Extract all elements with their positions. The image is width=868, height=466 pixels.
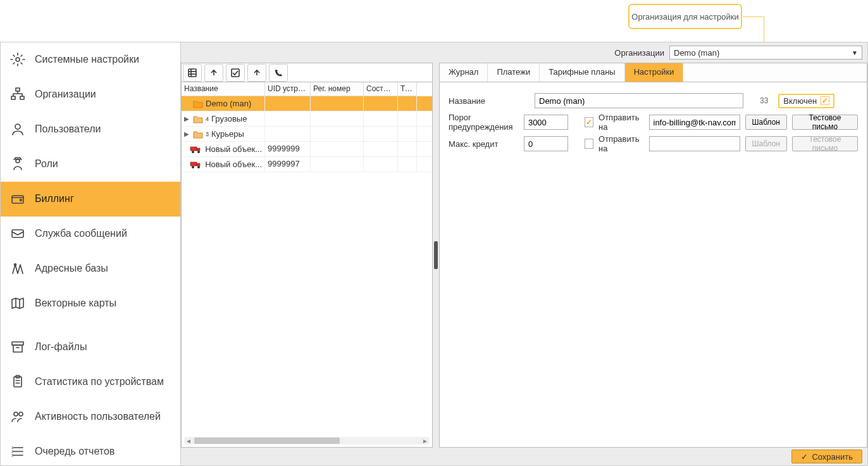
tab-plans[interactable]: Тарифные планы <box>540 63 625 82</box>
cell-state <box>364 127 398 141</box>
splitter-handle[interactable] <box>434 241 438 269</box>
expander-icon[interactable]: ▶ <box>184 130 190 137</box>
warn-test-button[interactable]: Тестовое письмо <box>792 115 858 130</box>
enabled-toggle[interactable]: Включен <box>778 94 834 108</box>
sidebar-item-logs[interactable]: Лог-файлы <box>1 330 180 365</box>
sidebar-item-roles[interactable]: Роли <box>1 147 180 182</box>
cell-reg <box>311 142 364 156</box>
svg-point-41 <box>192 166 194 168</box>
tab-payments[interactable]: Платежи <box>488 63 540 82</box>
tree-row[interactable]: Новый объек...9999997 <box>182 157 432 172</box>
truck-icon <box>190 145 202 154</box>
sidebar-item-address[interactable]: Адресные базы <box>1 251 180 286</box>
tree-body[interactable]: Demo (man)▶4Грузовые▶3КурьерыНовый объек… <box>182 96 432 434</box>
callout-org-settings: Организация для настройки <box>628 4 742 29</box>
sidebar-item-vector[interactable]: Векторные карты <box>1 286 180 321</box>
expander-icon[interactable]: ▶ <box>184 115 190 122</box>
svg-point-18 <box>14 412 18 416</box>
tab-settings[interactable]: Настройки <box>625 63 684 82</box>
footer-bar: ✓ Сохранить <box>181 448 867 465</box>
credit-input[interactable] <box>524 136 568 151</box>
tree-row[interactable]: ▶3Курьеры <box>182 127 432 142</box>
enabled-checkbox[interactable] <box>821 96 829 105</box>
list-mode-button[interactable] <box>183 64 202 82</box>
cell-reg <box>311 111 364 126</box>
addr-icon <box>9 260 26 277</box>
cell-tariff <box>398 111 417 126</box>
org-select[interactable]: Demo (man) ▼ <box>669 46 862 60</box>
org-bar: Организации Demo (man) ▼ <box>181 42 867 63</box>
tab-journal[interactable]: Журнал <box>440 63 488 82</box>
save-label: Сохранить <box>812 452 853 462</box>
sidebar-item-users[interactable]: Пользователи <box>1 112 180 147</box>
folder-icon <box>193 130 203 139</box>
app-window: Системные настройкиОрганизацииПользовате… <box>0 42 868 466</box>
tree-name: Курьеры <box>211 129 244 139</box>
svg-rect-30 <box>189 69 196 77</box>
left-pane: Название UID устройства Рег. номер Состо… <box>181 63 433 448</box>
sidebar-item-label: Адресные базы <box>35 263 108 274</box>
cell-tariff <box>398 157 417 172</box>
credit-email-input[interactable] <box>649 136 740 151</box>
hscroll-area: ◄ ► <box>182 434 432 447</box>
sidebar-item-organizations[interactable]: Организации <box>1 77 180 112</box>
name-input[interactable] <box>535 93 743 108</box>
archive-icon <box>9 339 26 355</box>
count-badge: 33 <box>760 96 768 105</box>
chevron-down-icon: ▼ <box>852 49 858 56</box>
sidebar-item-messaging[interactable]: Служба сообщений <box>1 217 180 251</box>
warn-send-checkbox[interactable] <box>585 117 593 127</box>
cell-uid: 9999997 <box>265 157 311 172</box>
tree-row[interactable]: ▶4Грузовые <box>182 111 432 127</box>
th-tariff[interactable]: Тариф <box>398 82 417 96</box>
count-badge: 3 <box>206 131 209 137</box>
mailbox-icon <box>9 225 26 242</box>
warn-template-button[interactable]: Шаблон <box>745 115 787 130</box>
th-state[interactable]: Состояние <box>364 82 398 96</box>
queue-icon: 123 <box>9 443 26 460</box>
splitter[interactable] <box>433 63 439 448</box>
svg-rect-9 <box>12 230 23 237</box>
cell-uid: 9999999 <box>265 142 311 156</box>
th-uid[interactable]: UID устройства <box>265 82 311 96</box>
svg-point-37 <box>192 151 194 153</box>
cell-tariff <box>398 142 417 156</box>
th-name[interactable]: Название <box>182 82 265 96</box>
cell-reg <box>311 96 364 111</box>
tabs: ЖурналПлатежиТарифные планыНастройки <box>440 63 867 82</box>
sidebar-item-billing[interactable]: Биллинг <box>1 182 180 217</box>
tree-name: Новый объек... <box>205 160 262 169</box>
label-send-credit: Отправить на <box>598 134 643 153</box>
scroll-left-icon[interactable]: ◄ <box>185 438 192 444</box>
th-reg[interactable]: Рег. номер <box>311 82 364 96</box>
check-icon: ✓ <box>801 452 808 462</box>
user-icon <box>9 121 26 137</box>
map-icon <box>9 295 26 312</box>
svg-rect-39 <box>190 162 197 166</box>
up-button-2[interactable] <box>247 64 266 82</box>
svg-rect-35 <box>190 147 197 151</box>
sidebar-item-dev-stats[interactable]: Статистика по устройствам <box>1 365 180 400</box>
svg-point-8 <box>20 199 22 201</box>
row-credit: Макс. кредит Отправить на Шаблон Тестово… <box>449 133 858 154</box>
form-area: Название 33 Включен Порог предупреждения… <box>440 82 867 447</box>
warn-input[interactable] <box>524 115 568 130</box>
warn-email-input[interactable] <box>649 115 740 130</box>
cell-tariff <box>398 96 417 111</box>
scroll-right-icon[interactable]: ► <box>422 438 428 444</box>
save-button[interactable]: ✓ Сохранить <box>791 450 862 463</box>
tree-row[interactable]: Demo (man) <box>182 96 432 111</box>
sidebar-item-user-activity[interactable]: Активность пользователей <box>1 400 180 434</box>
call-button[interactable] <box>269 64 288 82</box>
activity-icon <box>9 408 26 425</box>
sidebar-item-system-settings[interactable]: Системные настройки <box>1 42 180 77</box>
credit-send-checkbox[interactable] <box>585 139 593 149</box>
folder-open-icon <box>193 99 203 108</box>
check-button[interactable] <box>226 64 245 82</box>
hscroll-thumb[interactable] <box>194 438 340 444</box>
sidebar-item-label: Статистика по устройствам <box>35 376 164 387</box>
sidebar-item-report-queue[interactable]: 123Очередь отчетов <box>1 434 180 465</box>
tree-row[interactable]: Новый объек...9999999 <box>182 142 432 157</box>
up-button-1[interactable] <box>204 64 223 82</box>
hscroll-track[interactable]: ◄ ► <box>184 437 430 444</box>
